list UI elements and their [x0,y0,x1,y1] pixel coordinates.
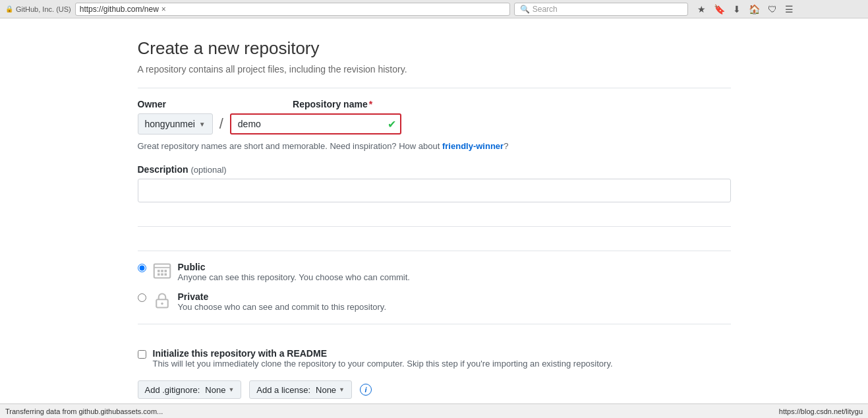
readme-row: Initialize this repository with a README… [138,348,731,369]
description-section: Description (optional) [138,164,731,202]
license-dropdown-arrow: ▼ [339,386,345,393]
public-label: Public [178,262,410,272]
address-bar[interactable]: https://github.com/new × [75,3,510,16]
private-text: Private You choose who can see and commi… [178,291,387,312]
svg-rect-2 [158,270,160,272]
license-dropdown[interactable]: Add a license: None ▼ [249,380,352,399]
license-label: Add a license: [256,385,310,395]
description-input[interactable] [138,179,731,202]
browser-actions: ★ 🔖 ⬇ 🏠 🛡 ☰ [697,4,794,15]
home-icon[interactable]: 🏠 [749,4,760,15]
repo-name-field: Repository name* [293,99,372,109]
extra-options: Add .gitignore: None ▼ Add a license: No… [138,380,731,399]
owner-value: hongyunmei [145,119,195,129]
owner-dropdown-arrow: ▼ [199,121,206,128]
gitignore-dropdown[interactable]: Add .gitignore: None ▼ [138,380,242,399]
menu-icon[interactable]: ☰ [785,4,794,15]
public-repo-icon [153,262,171,284]
private-option: Private You choose who can see and commi… [138,291,731,313]
repo-name-input[interactable] [230,113,401,134]
readme-desc: This will let you immediately clone the … [153,359,613,369]
private-desc: You choose who can see and commit to thi… [178,302,387,312]
svg-point-9 [161,303,163,305]
readme-text: Initialize this repository with a README… [153,348,613,369]
repo-name-wrapper: ✔ [230,113,401,134]
private-radio[interactable] [138,293,146,302]
form-section: Owner Repository name* hongyunmei ▼ / ✔ [138,99,731,418]
svg-rect-5 [158,274,160,276]
gitignore-label: Add .gitignore: [145,385,200,395]
svg-rect-3 [161,270,163,272]
gitignore-value: None [205,385,225,395]
repo-hint: Great repository names are short and mem… [138,141,509,151]
page-title: Create a new repository [138,38,731,59]
search-placeholder: Search [533,5,558,14]
owner-repo-inputs: hongyunmei ▼ / ✔ [138,113,401,134]
public-desc: Anyone can see this repository. You choo… [178,272,410,282]
private-repo-icon [153,291,171,313]
svg-rect-7 [164,274,167,276]
search-icon: 🔍 [520,5,530,14]
valid-checkmark: ✔ [388,118,396,131]
owner-field: Owner [138,99,167,109]
visibility-section: Public Anyone can see this repository. Y… [138,251,731,324]
browser-toolbar: 🔒 GitHub, Inc. (US) https://github.com/n… [0,0,868,18]
required-indicator: * [369,99,372,109]
description-label: Description (optional) [138,164,731,175]
close-tab-button[interactable]: × [161,5,166,14]
download-icon[interactable]: ⬇ [733,4,741,15]
readme-checkbox[interactable] [138,350,146,359]
search-bar[interactable]: 🔍 Search [514,3,688,16]
star-icon[interactable]: ★ [697,4,706,15]
public-text: Public Anyone can see this repository. Y… [178,262,410,282]
status-left: Transferring data from github.githubasse… [5,407,163,415]
public-radio[interactable] [138,264,146,272]
page-content: Create a new repository A repository con… [111,18,757,418]
divider-top [138,88,731,88]
bottom-status-bar: Transferring data from github.githubasse… [0,403,868,418]
owner-dropdown[interactable]: hongyunmei ▼ [138,113,213,134]
owner-label: Owner [138,99,167,109]
shield-icon[interactable]: 🛡 [768,4,777,15]
gitignore-dropdown-arrow: ▼ [228,386,234,393]
info-icon[interactable]: i [360,384,372,396]
url-text: https://github.com/new [80,5,159,14]
github-org-label: GitHub, Inc. (US) [16,5,71,13]
svg-rect-6 [161,274,163,276]
license-value: None [316,385,336,395]
suggestion-link[interactable]: friendly-winner [442,141,504,151]
security-info[interactable]: 🔒 GitHub, Inc. (US) [5,5,71,13]
divider-mid [138,226,731,227]
description-optional: (optional) [190,165,226,175]
repo-name-label: Repository name* [293,99,372,109]
owner-repo-row: Owner Repository name* hongyunmei ▼ / ✔ [138,99,731,151]
readme-title: Initialize this repository with a README [153,348,613,359]
readme-section: Initialize this repository with a README… [138,338,731,399]
public-option: Public Anyone can see this repository. Y… [138,262,731,284]
slash-separator: / [219,115,223,133]
private-label: Private [178,291,387,302]
status-right: https://blog.csdn.net/litygu [779,407,863,415]
svg-rect-4 [164,270,167,272]
lock-icon: 🔒 [5,5,13,13]
page-subtitle: A repository contains all project files,… [138,64,731,75]
bookmark-icon[interactable]: 🔖 [714,4,725,15]
